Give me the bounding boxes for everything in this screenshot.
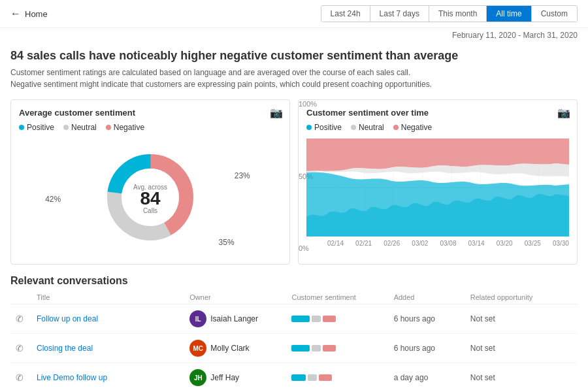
legend-neutral: Neutral [63, 123, 97, 132]
filter-last24h[interactable]: Last 24h [321, 6, 370, 22]
row-title-0[interactable]: Follow up on deal [37, 314, 189, 323]
x-0325: 03/25 [525, 240, 541, 247]
col-header-sentiment: Customer sentiment [291, 293, 393, 301]
negative-dot-time [393, 125, 399, 130]
x-0314: 03/14 [468, 240, 485, 247]
positive-label: Positive [27, 123, 54, 132]
negative-dot [106, 125, 111, 130]
sentiment-pos-bar-2 [291, 374, 306, 381]
sentiment-pos-bar-1 [291, 345, 310, 351]
row-opportunity-0: Not set [470, 314, 572, 323]
date-range: February 11, 2020 - March 31, 2020 [0, 28, 588, 42]
filter-thismonth[interactable]: This month [429, 6, 487, 22]
x-axis: 02/14 02/21 02/26 03/02 03/08 03/14 03/2… [327, 240, 569, 247]
col-header-owner: Owner [189, 293, 291, 301]
row-title-1[interactable]: Closing the deal [37, 344, 189, 353]
legend-negative-time: Negative [393, 123, 432, 132]
row-icon-1: ✆ [16, 343, 37, 353]
col-header-icon [16, 293, 37, 301]
row-owner-2: JH Jeff Hay [189, 369, 291, 386]
avg-sentiment-title: Average customer sentiment [19, 108, 282, 118]
row-opportunity-1: Not set [470, 344, 572, 353]
positive-dot [19, 125, 24, 130]
area-chart-svg [306, 139, 569, 237]
row-added-0: 6 hours ago [394, 314, 470, 323]
owner-name-1: Molly Clark [210, 344, 249, 353]
sentiment-neg-bar-0 [323, 316, 336, 322]
row-sentiment-0 [291, 316, 393, 322]
label-42-percent: 42% [45, 195, 61, 204]
filter-alltime[interactable]: All time [487, 6, 531, 22]
x-0302: 03/02 [412, 240, 428, 247]
x-0320: 03/20 [497, 240, 513, 247]
table-header: Title Owner Customer sentiment Added Rel… [10, 293, 578, 304]
legend-neutral-time: Neutral [351, 123, 384, 132]
back-home-link[interactable]: ← Home [10, 8, 48, 20]
conversations-title: Relevant conversations [10, 275, 578, 287]
row-sentiment-2 [291, 374, 393, 381]
insight-desc1: Customer sentiment ratings are calculate… [10, 67, 578, 78]
neutral-label-time: Neutral [359, 123, 384, 132]
negative-label: Negative [114, 123, 144, 132]
sentiment-neg-bar-2 [319, 374, 332, 381]
sentiment-neu-bar-1 [312, 345, 321, 351]
time-filter-group: Last 24h Last 7 days This month All time… [321, 5, 578, 22]
x-0214: 02/14 [327, 240, 344, 247]
row-owner-0: IL Isaiah Langer [189, 310, 291, 327]
area-chart-inner: 02/14 02/21 02/26 03/02 03/08 03/14 03/2… [306, 139, 569, 250]
neutral-dot-time [351, 125, 356, 130]
row-added-2: a day ago [394, 373, 470, 382]
sentiment-over-time-card: Customer sentiment over time 📷 Positive … [298, 99, 578, 265]
header: ← Home Last 24h Last 7 days This month A… [0, 0, 588, 28]
col-header-added: Added [394, 293, 470, 301]
neutral-label: Neutral [71, 123, 97, 132]
label-23-percent: 23% [235, 171, 250, 180]
donut-chart-container: Avg. across 84 Calls 23% 42% 35% [19, 139, 282, 256]
y-100: 100% [299, 100, 317, 108]
svg-text:84: 84 [140, 188, 161, 208]
table-row: ✆ Live Demo follow up JH Jeff Hay a day … [10, 363, 578, 392]
label-35-percent: 35% [219, 238, 235, 247]
avatar-il: IL [189, 310, 206, 327]
filter-last7days[interactable]: Last 7 days [370, 6, 429, 22]
legend-negative: Negative [106, 123, 144, 132]
row-title-2[interactable]: Live Demo follow up [37, 373, 189, 382]
sentiment-time-legend: Positive Neutral Negative [306, 123, 569, 132]
col-header-title: Title [37, 293, 189, 301]
avg-sentiment-export-icon[interactable]: 📷 [270, 106, 283, 119]
sentiment-neg-bar-1 [323, 345, 336, 351]
main-content: 84 sales calls have noticeably higher ne… [0, 42, 588, 392]
row-icon-0: ✆ [16, 314, 37, 324]
legend-positive: Positive [19, 123, 54, 132]
negative-label-time: Negative [401, 123, 432, 132]
row-added-1: 6 hours ago [394, 344, 470, 353]
sentiment-pos-bar-0 [291, 316, 310, 322]
back-arrow-icon: ← [10, 8, 21, 20]
row-opportunity-2: Not set [470, 373, 572, 382]
donut-svg: Avg. across 84 Calls [98, 145, 203, 250]
owner-name-2: Jeff Hay [210, 373, 239, 382]
filter-custom[interactable]: Custom [532, 6, 577, 22]
table-row: ✆ Follow up on deal IL Isaiah Langer 6 h… [10, 304, 578, 334]
row-icon-2: ✆ [16, 372, 37, 383]
area-chart-wrapper: 100% 50% 0% [306, 139, 569, 250]
sentiment-time-export-icon[interactable]: 📷 [557, 106, 570, 119]
avg-sentiment-legend: Positive Neutral Negative [19, 123, 282, 132]
sentiment-over-time-title: Customer sentiment over time [306, 108, 569, 118]
neutral-dot [63, 125, 69, 130]
table-row: ✆ Closing the deal MC Molly Clark 6 hour… [10, 334, 578, 363]
row-sentiment-1 [291, 345, 393, 351]
x-0330: 03/30 [553, 240, 569, 247]
x-0226: 02/26 [384, 240, 400, 247]
row-owner-1: MC Molly Clark [189, 340, 291, 357]
svg-text:Calls: Calls [143, 207, 157, 214]
avg-sentiment-card: Average customer sentiment 📷 Positive Ne… [10, 99, 290, 265]
back-label: Home [25, 9, 48, 19]
sentiment-neu-bar-0 [312, 316, 321, 322]
avatar-mc: MC [189, 340, 206, 357]
col-header-opportunity: Related opportunity [470, 293, 572, 301]
insight-title: 84 sales calls have noticeably higher ne… [10, 49, 578, 63]
x-0221: 02/21 [355, 240, 372, 247]
conversations-section: Relevant conversations Title Owner Custo… [10, 275, 578, 392]
x-0308: 03/08 [440, 240, 456, 247]
